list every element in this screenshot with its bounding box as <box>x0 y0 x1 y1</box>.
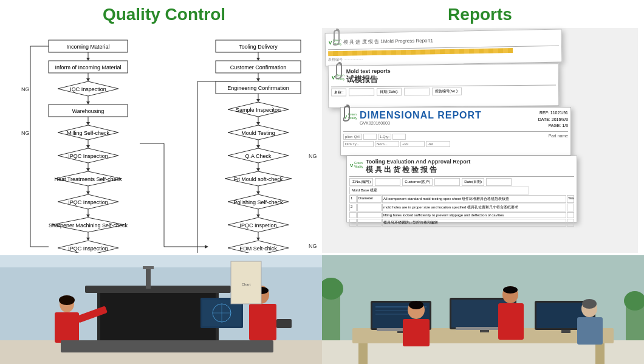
svg-rect-137 <box>55 312 79 343</box>
svg-text:Fit Mould soft-check: Fit Mould soft-check <box>234 176 283 182</box>
svg-point-173 <box>582 299 597 309</box>
report-mold-test: V Green Vitality Mold test reports 试模报告 … <box>328 63 560 108</box>
svg-text:Q.A Check: Q.A Check <box>245 153 272 159</box>
svg-text:Heat Treatments Self-check: Heat Treatments Self-check <box>54 176 122 182</box>
top-section: Quality Control Incoming Material Inform… <box>0 0 644 255</box>
svg-marker-90 <box>205 245 208 249</box>
svg-marker-36 <box>86 215 90 218</box>
svg-marker-32 <box>86 191 90 194</box>
svg-text:Tooling Delivery: Tooling Delivery <box>239 44 278 50</box>
lab-photo-left: Chart <box>0 255 322 364</box>
svg-text:Sample Inspeciton: Sample Inspeciton <box>236 107 281 113</box>
svg-text:IPQC Inspection: IPQC Inspection <box>68 199 108 205</box>
svg-rect-174 <box>577 317 603 345</box>
svg-text:V: V <box>332 75 335 81</box>
svg-rect-128 <box>146 267 151 289</box>
svg-marker-62 <box>256 122 260 125</box>
paperclip-1 <box>333 28 340 49</box>
svg-text:Sharpener Machining Self-check: Sharpener Machining Self-check <box>49 222 128 228</box>
paperclip-2 <box>335 61 343 82</box>
svg-marker-10 <box>86 78 90 81</box>
svg-text:IPQC Inspection: IPQC Inspection <box>68 153 108 159</box>
svg-rect-163 <box>561 330 570 333</box>
svg-marker-14 <box>86 101 90 105</box>
office-scene-svg <box>322 255 644 364</box>
svg-marker-54 <box>256 78 260 81</box>
svg-rect-129 <box>143 266 154 269</box>
svg-marker-83 <box>256 238 260 241</box>
office-photo-right <box>322 255 644 364</box>
svg-rect-142 <box>276 319 292 328</box>
svg-rect-143 <box>61 340 273 352</box>
svg-text:Chart: Chart <box>242 283 251 286</box>
svg-rect-151 <box>595 343 605 364</box>
bottom-photos: Chart <box>0 255 644 364</box>
report-progress: V Green Vitality 模 具 进 度 报 告 1Mold Progr… <box>325 29 563 67</box>
svg-marker-6 <box>86 58 90 61</box>
svg-point-170 <box>503 286 518 294</box>
report-approval: V Green Vitality Tooling Evaluation And … <box>346 156 577 222</box>
svg-marker-50 <box>256 58 260 61</box>
svg-text:NG: NG <box>21 86 30 92</box>
report-dimensional: V Green Vitality DIMENSIONAL REPORT GVX0… <box>340 107 571 156</box>
svg-text:Customer Confirmation: Customer Confirmation <box>230 64 287 70</box>
svg-marker-58 <box>256 99 260 102</box>
svg-text:Engineering Confirmation: Engineering Confirmation <box>227 85 289 91</box>
svg-rect-168 <box>403 319 430 346</box>
svg-text:IPQC Inspection: IPQC Inspection <box>68 246 108 252</box>
svg-rect-150 <box>358 343 368 364</box>
green-vitality-logo-4: V Green Vitality <box>349 159 363 171</box>
lab-scene-svg: Chart <box>0 255 322 364</box>
svg-text:Warehousing: Warehousing <box>72 108 104 114</box>
svg-text:V: V <box>350 163 354 168</box>
svg-text:NG: NG <box>309 243 317 249</box>
svg-text:Mould Testing: Mould Testing <box>241 130 275 136</box>
svg-text:NG: NG <box>21 130 30 136</box>
svg-marker-40 <box>86 238 90 241</box>
svg-rect-171 <box>498 303 524 340</box>
svg-text:Incoming Material: Incoming Material <box>66 44 109 50</box>
paperclip-3 <box>343 104 351 125</box>
svg-text:IQC Inspection: IQC Inspection <box>70 86 106 92</box>
quality-control-title: Quality Control <box>6 5 322 24</box>
svg-rect-124 <box>0 255 322 267</box>
svg-text:Inform of Incoming Material: Inform of Incoming Material <box>55 64 121 70</box>
svg-text:EDM Selt-chick: EDM Selt-chick <box>239 246 277 252</box>
quality-control-flowchart: Incoming Material Inform of Incoming Mat… <box>6 28 322 253</box>
svg-rect-127 <box>85 286 231 293</box>
reports-documents: V Green Vitality 模 具 进 度 报 告 1Mold Progr… <box>322 28 638 253</box>
svg-rect-141 <box>249 304 276 340</box>
svg-text:NG: NG <box>309 153 317 159</box>
reports-title: Reports <box>322 5 638 24</box>
svg-marker-75 <box>256 191 260 194</box>
svg-text:IPQC Inspetion: IPQC Inspetion <box>239 222 276 228</box>
svg-marker-19 <box>86 122 90 125</box>
svg-rect-165 <box>456 327 504 330</box>
svg-text:Polishing Self-check: Polishing Self-check <box>233 199 283 205</box>
svg-marker-24 <box>86 145 90 148</box>
svg-marker-28 <box>86 168 90 171</box>
svg-point-136 <box>59 295 75 305</box>
svg-marker-71 <box>256 168 260 171</box>
svg-text:V: V <box>329 40 332 46</box>
reports-panel: Reports V Green Vitality 模 具 进 度 报 告 1Mo… <box>322 5 638 253</box>
quality-control-panel: Quality Control Incoming Material Inform… <box>6 5 322 253</box>
svg-marker-66 <box>256 145 260 148</box>
svg-text:Milling Self-check: Milling Self-check <box>67 130 110 136</box>
svg-point-167 <box>409 301 423 309</box>
svg-marker-79 <box>256 215 260 218</box>
svg-rect-126 <box>100 292 216 343</box>
svg-text:Vitality: Vitality <box>354 165 363 168</box>
